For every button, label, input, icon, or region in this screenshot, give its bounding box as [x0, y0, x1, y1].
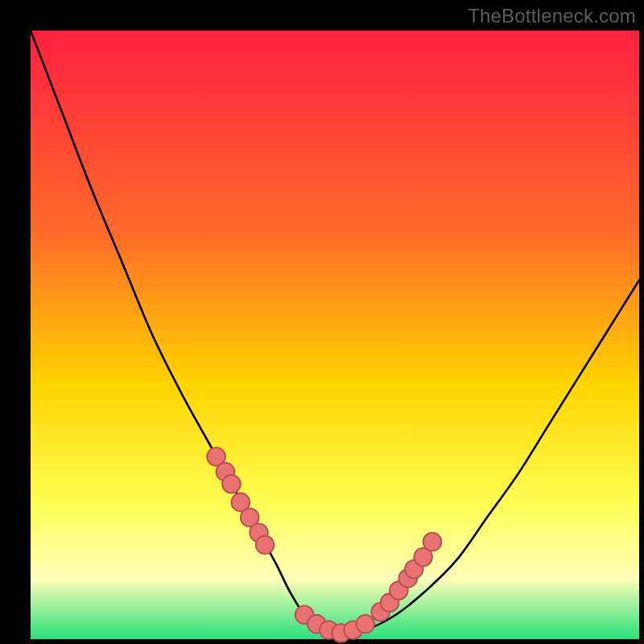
marker-point	[256, 535, 275, 554]
marker-point	[222, 475, 241, 493]
curve-layer	[31, 31, 639, 639]
chart-frame: TheBottleneck.com	[0, 0, 644, 644]
marker-point	[423, 533, 442, 551]
plot-area	[31, 31, 639, 639]
highlight-markers	[207, 448, 441, 642]
watermark-text: TheBottleneck.com	[468, 5, 636, 27]
marker-point	[356, 615, 374, 634]
bottleneck-curve	[31, 31, 639, 636]
